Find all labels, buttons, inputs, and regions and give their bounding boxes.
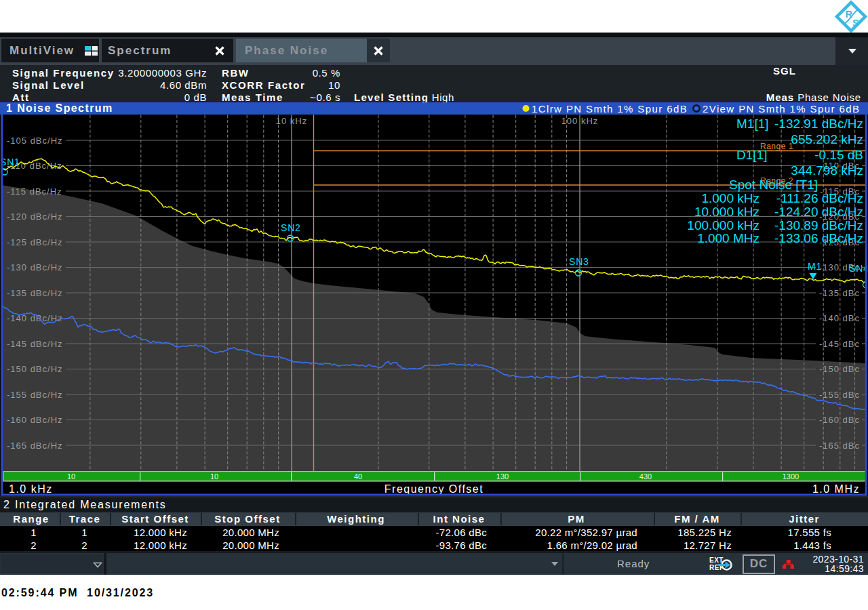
svg-text:-133.06 dBc/Hz: -133.06 dBc/Hz xyxy=(774,231,863,245)
svg-text:-130.89 dBc/Hz: -130.89 dBc/Hz xyxy=(774,218,863,232)
svg-text:-111.26 dBc/Hz: -111.26 dBc/Hz xyxy=(776,191,863,205)
svg-text:Spot Noise [T1]: Spot Noise [T1] xyxy=(729,178,818,192)
svg-text:40: 40 xyxy=(354,472,362,481)
svg-text:655.202 kHz: 655.202 kHz xyxy=(791,132,863,146)
svg-text:-150 dBc: -150 dBc xyxy=(819,364,860,374)
svg-text:1.0 MHz: 1.0 MHz xyxy=(812,483,860,495)
svg-text:1.0 kHz: 1.0 kHz xyxy=(9,483,53,495)
svg-text:-105 dBc/Hz: -105 dBc/Hz xyxy=(7,136,63,146)
svg-text:SN1: SN1 xyxy=(0,157,20,167)
svg-text:M1: M1 xyxy=(808,261,822,272)
svg-text:1.000 kHz: 1.000 kHz xyxy=(701,191,760,205)
svg-text:Frequency Offset: Frequency Offset xyxy=(384,483,484,495)
svg-text:1300: 1300 xyxy=(783,472,799,481)
svg-text:10: 10 xyxy=(210,472,218,481)
svg-text:-145 dBc: -145 dBc xyxy=(819,339,860,349)
svg-text:-145 dBc/Hz: -145 dBc/Hz xyxy=(7,339,63,349)
svg-text:-124.20 dBc/Hz: -124.20 dBc/Hz xyxy=(774,205,863,219)
svg-text:-160 dBc/Hz: -160 dBc/Hz xyxy=(7,415,63,425)
svg-text:-140 dBc: -140 dBc xyxy=(819,313,860,323)
svg-text:-125 dBc/Hz: -125 dBc/Hz xyxy=(7,237,63,247)
svg-text:R: R xyxy=(846,9,853,20)
svg-text:SN3: SN3 xyxy=(569,256,589,267)
svg-text:430: 430 xyxy=(639,472,652,481)
svg-text:SN2: SN2 xyxy=(281,222,301,233)
svg-text:1.000 MHz: 1.000 MHz xyxy=(697,231,760,245)
svg-text:-150 dBc/Hz: -150 dBc/Hz xyxy=(7,364,63,374)
svg-text:-155 dBc/Hz: -155 dBc/Hz xyxy=(7,390,63,400)
svg-text:10.000 kHz: 10.000 kHz xyxy=(694,205,760,219)
svg-text:M1[1]: M1[1] xyxy=(736,117,769,131)
svg-text:D1[1]: D1[1] xyxy=(736,148,767,162)
svg-text:130: 130 xyxy=(496,472,509,481)
svg-text:100.000 kHz: 100.000 kHz xyxy=(687,218,760,232)
svg-text:-165 dBc: -165 dBc xyxy=(819,441,860,451)
svg-text:-165 dBc/Hz: -165 dBc/Hz xyxy=(7,441,63,451)
svg-text:-115 dBc/Hz: -115 dBc/Hz xyxy=(7,186,62,197)
svg-text:10 kHz: 10 kHz xyxy=(276,116,307,126)
svg-text:-130 dBc/Hz: -130 dBc/Hz xyxy=(7,262,63,272)
svg-text:-135 dBc/Hz: -135 dBc/Hz xyxy=(7,288,63,298)
svg-text:10: 10 xyxy=(67,472,75,481)
svg-text:S: S xyxy=(852,18,859,28)
svg-text:-155 dBc: -155 dBc xyxy=(819,390,860,400)
svg-text:344.798 kHz: 344.798 kHz xyxy=(791,163,863,178)
svg-text:-120 dBc/Hz: -120 dBc/Hz xyxy=(7,211,63,222)
svg-text:-135 dBc: -135 dBc xyxy=(819,288,860,298)
svg-text:-160 dBc: -160 dBc xyxy=(819,415,860,425)
svg-text:-132.91 dBc/Hz: -132.91 dBc/Hz xyxy=(774,117,863,131)
svg-text:-0.15 dB: -0.15 dB xyxy=(814,148,863,162)
svg-text:100 kHz: 100 kHz xyxy=(561,116,599,126)
